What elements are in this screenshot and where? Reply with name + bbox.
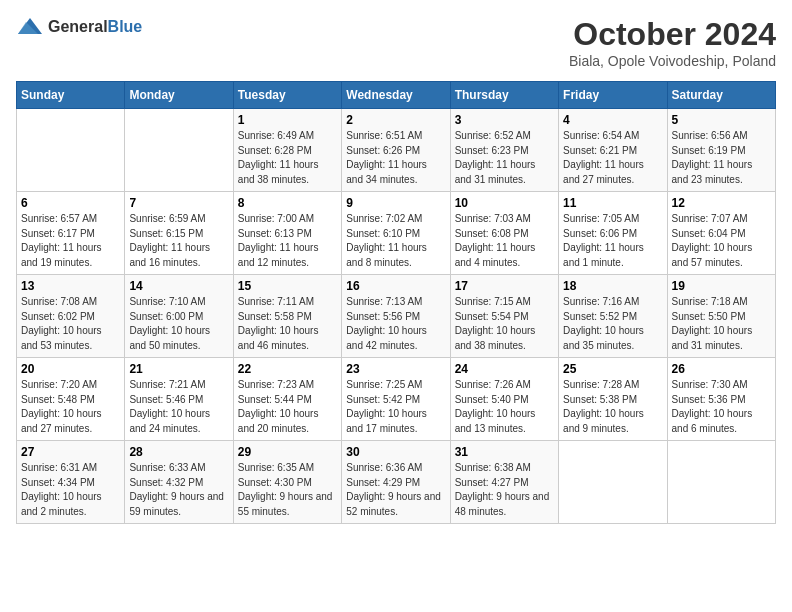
day-info: Sunrise: 7:05 AM Sunset: 6:06 PM Dayligh… xyxy=(563,212,662,270)
column-header-sunday: Sunday xyxy=(17,82,125,109)
calendar-cell: 25Sunrise: 7:28 AM Sunset: 5:38 PM Dayli… xyxy=(559,358,667,441)
header-row: SundayMondayTuesdayWednesdayThursdayFrid… xyxy=(17,82,776,109)
calendar-cell: 23Sunrise: 7:25 AM Sunset: 5:42 PM Dayli… xyxy=(342,358,450,441)
calendar-cell: 5Sunrise: 6:56 AM Sunset: 6:19 PM Daylig… xyxy=(667,109,775,192)
day-info: Sunrise: 7:08 AM Sunset: 6:02 PM Dayligh… xyxy=(21,295,120,353)
day-info: Sunrise: 6:49 AM Sunset: 6:28 PM Dayligh… xyxy=(238,129,337,187)
day-info: Sunrise: 6:56 AM Sunset: 6:19 PM Dayligh… xyxy=(672,129,771,187)
calendar-cell: 21Sunrise: 7:21 AM Sunset: 5:46 PM Dayli… xyxy=(125,358,233,441)
day-number: 2 xyxy=(346,113,445,127)
calendar-cell: 2Sunrise: 6:51 AM Sunset: 6:26 PM Daylig… xyxy=(342,109,450,192)
calendar-week-1: 1Sunrise: 6:49 AM Sunset: 6:28 PM Daylig… xyxy=(17,109,776,192)
calendar-cell: 30Sunrise: 6:36 AM Sunset: 4:29 PM Dayli… xyxy=(342,441,450,524)
calendar-cell: 3Sunrise: 6:52 AM Sunset: 6:23 PM Daylig… xyxy=(450,109,558,192)
month-title: October 2024 xyxy=(569,16,776,53)
calendar-cell: 20Sunrise: 7:20 AM Sunset: 5:48 PM Dayli… xyxy=(17,358,125,441)
day-number: 15 xyxy=(238,279,337,293)
calendar-cell: 13Sunrise: 7:08 AM Sunset: 6:02 PM Dayli… xyxy=(17,275,125,358)
calendar-week-2: 6Sunrise: 6:57 AM Sunset: 6:17 PM Daylig… xyxy=(17,192,776,275)
day-number: 3 xyxy=(455,113,554,127)
calendar-cell: 27Sunrise: 6:31 AM Sunset: 4:34 PM Dayli… xyxy=(17,441,125,524)
column-header-monday: Monday xyxy=(125,82,233,109)
day-number: 7 xyxy=(129,196,228,210)
day-info: Sunrise: 7:10 AM Sunset: 6:00 PM Dayligh… xyxy=(129,295,228,353)
column-header-saturday: Saturday xyxy=(667,82,775,109)
day-info: Sunrise: 6:54 AM Sunset: 6:21 PM Dayligh… xyxy=(563,129,662,187)
calendar-cell: 8Sunrise: 7:00 AM Sunset: 6:13 PM Daylig… xyxy=(233,192,341,275)
day-number: 26 xyxy=(672,362,771,376)
day-info: Sunrise: 7:03 AM Sunset: 6:08 PM Dayligh… xyxy=(455,212,554,270)
calendar-cell xyxy=(17,109,125,192)
day-number: 21 xyxy=(129,362,228,376)
day-number: 4 xyxy=(563,113,662,127)
column-header-wednesday: Wednesday xyxy=(342,82,450,109)
day-info: Sunrise: 6:36 AM Sunset: 4:29 PM Dayligh… xyxy=(346,461,445,519)
day-number: 9 xyxy=(346,196,445,210)
day-info: Sunrise: 7:00 AM Sunset: 6:13 PM Dayligh… xyxy=(238,212,337,270)
day-number: 25 xyxy=(563,362,662,376)
day-info: Sunrise: 7:15 AM Sunset: 5:54 PM Dayligh… xyxy=(455,295,554,353)
calendar-cell: 31Sunrise: 6:38 AM Sunset: 4:27 PM Dayli… xyxy=(450,441,558,524)
day-info: Sunrise: 7:16 AM Sunset: 5:52 PM Dayligh… xyxy=(563,295,662,353)
day-number: 19 xyxy=(672,279,771,293)
day-number: 22 xyxy=(238,362,337,376)
day-info: Sunrise: 6:33 AM Sunset: 4:32 PM Dayligh… xyxy=(129,461,228,519)
calendar-week-5: 27Sunrise: 6:31 AM Sunset: 4:34 PM Dayli… xyxy=(17,441,776,524)
location-subtitle: Biala, Opole Voivodeship, Poland xyxy=(569,53,776,69)
day-number: 12 xyxy=(672,196,771,210)
day-info: Sunrise: 7:13 AM Sunset: 5:56 PM Dayligh… xyxy=(346,295,445,353)
calendar-cell: 28Sunrise: 6:33 AM Sunset: 4:32 PM Dayli… xyxy=(125,441,233,524)
day-number: 31 xyxy=(455,445,554,459)
calendar-cell: 10Sunrise: 7:03 AM Sunset: 6:08 PM Dayli… xyxy=(450,192,558,275)
day-number: 16 xyxy=(346,279,445,293)
logo-general: General xyxy=(48,18,108,35)
calendar-cell: 15Sunrise: 7:11 AM Sunset: 5:58 PM Dayli… xyxy=(233,275,341,358)
day-number: 10 xyxy=(455,196,554,210)
calendar-cell: 9Sunrise: 7:02 AM Sunset: 6:10 PM Daylig… xyxy=(342,192,450,275)
day-number: 17 xyxy=(455,279,554,293)
calendar-cell: 22Sunrise: 7:23 AM Sunset: 5:44 PM Dayli… xyxy=(233,358,341,441)
calendar-cell: 17Sunrise: 7:15 AM Sunset: 5:54 PM Dayli… xyxy=(450,275,558,358)
calendar-cell xyxy=(559,441,667,524)
calendar-table: SundayMondayTuesdayWednesdayThursdayFrid… xyxy=(16,81,776,524)
day-info: Sunrise: 6:51 AM Sunset: 6:26 PM Dayligh… xyxy=(346,129,445,187)
calendar-cell: 16Sunrise: 7:13 AM Sunset: 5:56 PM Dayli… xyxy=(342,275,450,358)
calendar-cell: 26Sunrise: 7:30 AM Sunset: 5:36 PM Dayli… xyxy=(667,358,775,441)
calendar-cell: 19Sunrise: 7:18 AM Sunset: 5:50 PM Dayli… xyxy=(667,275,775,358)
day-info: Sunrise: 7:28 AM Sunset: 5:38 PM Dayligh… xyxy=(563,378,662,436)
day-number: 1 xyxy=(238,113,337,127)
day-info: Sunrise: 6:38 AM Sunset: 4:27 PM Dayligh… xyxy=(455,461,554,519)
calendar-body: 1Sunrise: 6:49 AM Sunset: 6:28 PM Daylig… xyxy=(17,109,776,524)
column-header-friday: Friday xyxy=(559,82,667,109)
calendar-cell: 18Sunrise: 7:16 AM Sunset: 5:52 PM Dayli… xyxy=(559,275,667,358)
calendar-cell: 12Sunrise: 7:07 AM Sunset: 6:04 PM Dayli… xyxy=(667,192,775,275)
column-header-tuesday: Tuesday xyxy=(233,82,341,109)
day-number: 13 xyxy=(21,279,120,293)
calendar-header: SundayMondayTuesdayWednesdayThursdayFrid… xyxy=(17,82,776,109)
day-number: 27 xyxy=(21,445,120,459)
day-info: Sunrise: 7:26 AM Sunset: 5:40 PM Dayligh… xyxy=(455,378,554,436)
day-number: 30 xyxy=(346,445,445,459)
calendar-cell: 4Sunrise: 6:54 AM Sunset: 6:21 PM Daylig… xyxy=(559,109,667,192)
calendar-cell: 6Sunrise: 6:57 AM Sunset: 6:17 PM Daylig… xyxy=(17,192,125,275)
day-info: Sunrise: 7:07 AM Sunset: 6:04 PM Dayligh… xyxy=(672,212,771,270)
day-info: Sunrise: 7:02 AM Sunset: 6:10 PM Dayligh… xyxy=(346,212,445,270)
calendar-cell: 24Sunrise: 7:26 AM Sunset: 5:40 PM Dayli… xyxy=(450,358,558,441)
day-number: 11 xyxy=(563,196,662,210)
day-number: 28 xyxy=(129,445,228,459)
day-info: Sunrise: 7:21 AM Sunset: 5:46 PM Dayligh… xyxy=(129,378,228,436)
calendar-cell: 14Sunrise: 7:10 AM Sunset: 6:00 PM Dayli… xyxy=(125,275,233,358)
day-info: Sunrise: 7:23 AM Sunset: 5:44 PM Dayligh… xyxy=(238,378,337,436)
day-number: 23 xyxy=(346,362,445,376)
day-info: Sunrise: 7:20 AM Sunset: 5:48 PM Dayligh… xyxy=(21,378,120,436)
day-info: Sunrise: 7:18 AM Sunset: 5:50 PM Dayligh… xyxy=(672,295,771,353)
calendar-week-3: 13Sunrise: 7:08 AM Sunset: 6:02 PM Dayli… xyxy=(17,275,776,358)
day-number: 24 xyxy=(455,362,554,376)
day-info: Sunrise: 6:52 AM Sunset: 6:23 PM Dayligh… xyxy=(455,129,554,187)
day-info: Sunrise: 6:31 AM Sunset: 4:34 PM Dayligh… xyxy=(21,461,120,519)
day-info: Sunrise: 7:30 AM Sunset: 5:36 PM Dayligh… xyxy=(672,378,771,436)
day-info: Sunrise: 7:25 AM Sunset: 5:42 PM Dayligh… xyxy=(346,378,445,436)
logo: GeneralBlue xyxy=(16,16,142,38)
calendar-cell xyxy=(667,441,775,524)
day-info: Sunrise: 6:35 AM Sunset: 4:30 PM Dayligh… xyxy=(238,461,337,519)
